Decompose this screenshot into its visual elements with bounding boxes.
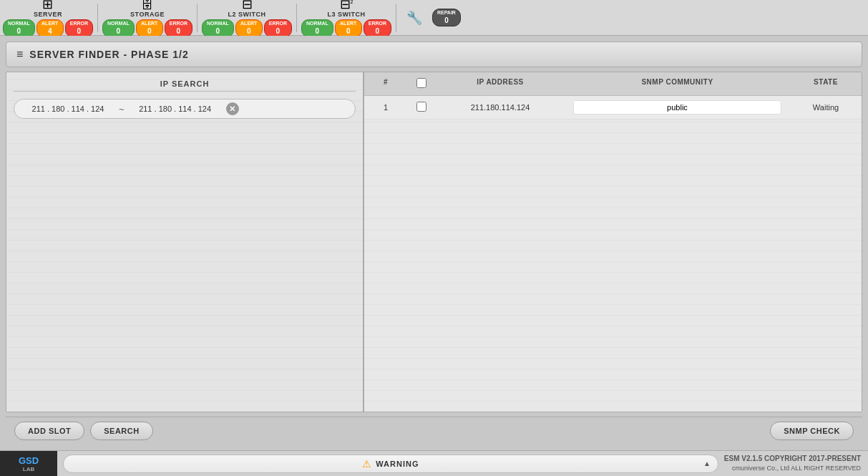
nav-server[interactable]: ⊞ SERVER NORMAL 0 ALERT 4 ERROR 0 <box>3 0 93 37</box>
select-all-checkbox[interactable] <box>416 78 426 88</box>
logo-gsd-text: GSD <box>19 455 39 466</box>
nav-l3switch[interactable]: ⊟2 L3 SWITCH NORMAL 0 ALERT 0 ERROR 0 <box>301 0 391 37</box>
tool-icon-button[interactable]: 🔧 <box>401 7 428 29</box>
table-row: 1 211.180.114.124 Waiting <box>364 96 862 120</box>
ip-range-separator: ~ <box>119 104 125 115</box>
server-alert-badge[interactable]: ALERT 4 <box>36 19 64 37</box>
col-header-check <box>407 77 436 91</box>
add-slot-button[interactable]: ADD SLOT <box>14 422 84 440</box>
separator-2 <box>197 4 198 32</box>
content-area: IP SEARCH ~ ✕ # IP ADDRESS SNMP COMMUNIT… <box>6 72 862 412</box>
l3switch-normal-badge[interactable]: NORMAL 0 <box>301 19 333 37</box>
l2switch-normal-badge[interactable]: NORMAL 0 <box>202 19 234 37</box>
storage-icon: 🗄 <box>141 0 154 11</box>
l2switch-icon: ⊟ <box>242 0 253 11</box>
footer-copyright: ESM V2.1.5 COPYRIGHT 2017-PRESENT cmuniv… <box>724 453 868 474</box>
server-icon: ⊞ <box>42 0 53 11</box>
warning-text: WARNING <box>376 460 419 468</box>
row-check[interactable] <box>407 100 436 115</box>
repair-group[interactable]: REPAIR 0 <box>432 9 461 26</box>
snmp-community-input[interactable] <box>573 100 782 115</box>
l2switch-error-badge[interactable]: ERROR 0 <box>264 19 292 37</box>
bottom-bar: ADD SLOT SEARCH SNMP CHECK <box>6 417 862 445</box>
l3switch-alert-badge[interactable]: ALERT 0 <box>335 19 362 37</box>
snmp-check-button[interactable]: SNMP CHECK <box>770 422 854 440</box>
l2switch-badges: NORMAL 0 ALERT 0 ERROR 0 <box>202 19 292 37</box>
table-header: # IP ADDRESS SNMP COMMUNITY STATE <box>364 72 862 96</box>
l2switch-alert-badge[interactable]: ALERT 0 <box>235 19 263 37</box>
l3switch-badges: NORMAL 0 ALERT 0 ERROR 0 <box>301 19 391 37</box>
row-state: Waiting <box>790 102 862 113</box>
warning-icon: ⚠ <box>362 458 371 470</box>
col-header-ip: IP ADDRESS <box>436 77 565 91</box>
section-icon: ≡ <box>16 48 24 61</box>
separator-1 <box>97 4 98 32</box>
logo-lab-text: LAB <box>23 466 34 472</box>
storage-alert-badge[interactable]: ALERT 0 <box>136 19 163 37</box>
server-error-badge[interactable]: ERROR 0 <box>65 19 93 37</box>
copyright-line2: cmuniverse Co., Ltd ALL RIGHT RESERVED <box>724 464 861 474</box>
copyright-line1: ESM V2.1.5 COPYRIGHT 2017-PRESENT <box>724 453 861 464</box>
col-header-snmp: SNMP COMMUNITY <box>565 77 790 91</box>
col-header-num: # <box>364 77 407 91</box>
bottom-left-buttons: ADD SLOT SEARCH <box>14 422 153 440</box>
server-normal-badge[interactable]: NORMAL 0 <box>3 19 35 37</box>
top-bar: ⊞ SERVER NORMAL 0 ALERT 4 ERROR 0 🗄 STOR… <box>0 0 868 36</box>
main-content: ≡ SERVER FINDER - PHASE 1/2 IP SEARCH ~ … <box>0 36 868 450</box>
storage-normal-badge[interactable]: NORMAL 0 <box>102 19 135 37</box>
separator-4 <box>396 4 396 32</box>
repair-badge[interactable]: REPAIR 0 <box>432 9 461 26</box>
storage-error-badge[interactable]: ERROR 0 <box>165 19 192 37</box>
nav-storage[interactable]: 🗄 STORAGE NORMAL 0 ALERT 0 ERROR 0 <box>102 0 192 37</box>
row-checkbox[interactable] <box>416 102 426 112</box>
table-body: 1 211.180.114.124 Waiting <box>364 96 862 412</box>
warning-bar[interactable]: ⚠ WARNING ▲ <box>63 455 718 473</box>
clear-ip-button[interactable]: ✕ <box>226 102 239 115</box>
row-num: 1 <box>364 102 407 113</box>
ip-to-input[interactable] <box>129 105 222 113</box>
l3switch-error-badge[interactable]: ERROR 0 <box>364 19 391 37</box>
nav-l2switch[interactable]: ⊟ L2 SWITCH NORMAL 0 ALERT 0 ERROR 0 <box>202 0 292 37</box>
l3switch-label: L3 SWITCH <box>328 11 366 18</box>
ip-search-title: IP SEARCH <box>14 79 356 92</box>
left-panel: IP SEARCH ~ ✕ <box>6 72 364 412</box>
search-button[interactable]: SEARCH <box>90 422 152 440</box>
server-badges: NORMAL 0 ALERT 4 ERROR 0 <box>3 19 93 37</box>
row-snmp[interactable] <box>565 99 790 116</box>
row-ip: 211.180.114.124 <box>436 102 565 113</box>
col-header-state: STATE <box>790 77 862 91</box>
ip-search-row: ~ ✕ <box>14 99 356 119</box>
section-title: SERVER FINDER - PHASE 1/2 <box>29 49 188 60</box>
footer-logo: GSD LAB <box>0 451 57 477</box>
footer: GSD LAB ⚠ WARNING ▲ ESM V2.1.5 COPYRIGHT… <box>0 450 868 476</box>
wrench-icon: 🔧 <box>406 10 422 26</box>
separator-3 <box>296 4 297 32</box>
right-panel: # IP ADDRESS SNMP COMMUNITY STATE 1 211.… <box>364 72 862 412</box>
section-header: ≡ SERVER FINDER - PHASE 1/2 <box>6 42 862 67</box>
warning-expand-icon[interactable]: ▲ <box>703 460 711 467</box>
l2switch-label: L2 SWITCH <box>228 11 266 18</box>
storage-badges: NORMAL 0 ALERT 0 ERROR 0 <box>102 19 192 37</box>
storage-label: STORAGE <box>130 11 165 18</box>
server-label: SERVER <box>34 11 62 18</box>
ip-from-input[interactable] <box>21 105 114 113</box>
l3switch-icon: ⊟2 <box>340 0 353 11</box>
